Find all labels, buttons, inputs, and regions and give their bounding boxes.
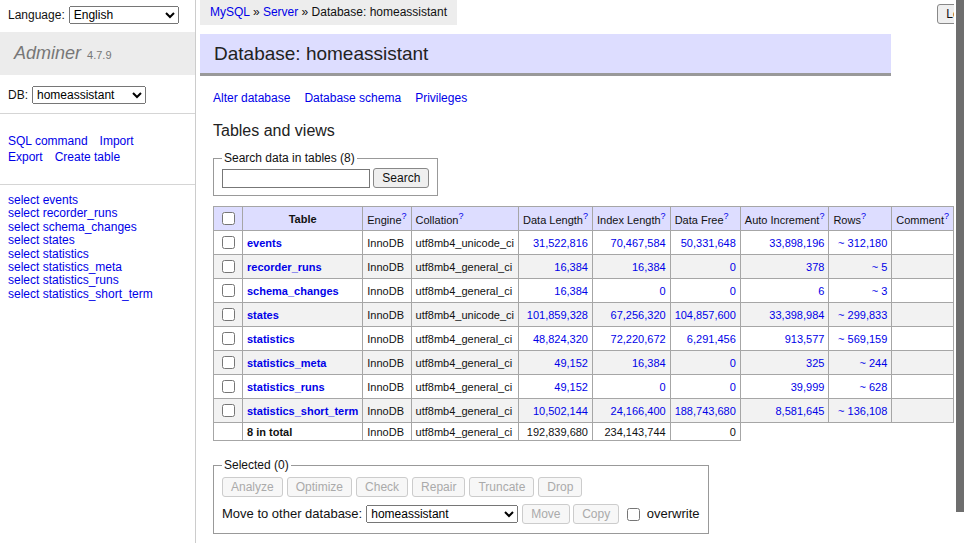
data-free-link[interactable]: 104,857,600 bbox=[675, 309, 736, 321]
auto-increment-link[interactable]: 378 bbox=[806, 261, 824, 273]
help-link[interactable]: ? bbox=[724, 211, 729, 221]
data-length-link[interactable]: 101,859,328 bbox=[527, 309, 588, 321]
data-length-link[interactable]: 49,152 bbox=[554, 381, 588, 393]
sidebar-table-link[interactable]: select schema_changes bbox=[8, 220, 137, 234]
index-length-link[interactable]: 16,384 bbox=[632, 261, 666, 273]
sidebar-table-link[interactable]: select statistics bbox=[8, 247, 89, 261]
rows-link[interactable]: ~ 5 bbox=[872, 261, 888, 273]
row-checkbox[interactable] bbox=[222, 308, 235, 321]
optimize-button[interactable]: Optimize bbox=[287, 477, 352, 497]
sidebar-table-link[interactable]: select statistics_meta bbox=[8, 260, 122, 274]
sidebar-action-sql-command[interactable]: SQL command bbox=[8, 134, 88, 148]
db-select[interactable]: homeassistant bbox=[32, 86, 146, 104]
select-all-checkbox[interactable] bbox=[222, 212, 235, 225]
table-link[interactable]: events bbox=[247, 237, 282, 249]
help-link[interactable]: ? bbox=[861, 211, 866, 221]
auto-increment-link[interactable]: 8,581,645 bbox=[775, 405, 824, 417]
table-link[interactable]: statistics_meta bbox=[247, 357, 327, 369]
truncate-button[interactable]: Truncate bbox=[469, 477, 534, 497]
data-free-link[interactable]: 0 bbox=[730, 285, 736, 297]
index-length-link[interactable]: 24,166,400 bbox=[611, 405, 666, 417]
help-link[interactable]: ? bbox=[458, 211, 463, 221]
auto-increment-link[interactable]: 325 bbox=[806, 357, 824, 369]
sidebar-action-import[interactable]: Import bbox=[100, 134, 134, 148]
index-length-link[interactable]: 72,220,672 bbox=[611, 333, 666, 345]
data-length-link[interactable]: 31,522,816 bbox=[533, 237, 588, 249]
index-length-link[interactable]: 16,384 bbox=[632, 357, 666, 369]
scrollbar-thumb[interactable] bbox=[956, 0, 964, 512]
data-length-link[interactable]: 49,152 bbox=[554, 357, 588, 369]
data-free-link[interactable]: 188,743,680 bbox=[675, 405, 736, 417]
auto-increment-link[interactable]: 33,898,196 bbox=[769, 237, 824, 249]
sidebar-table-link[interactable]: select states bbox=[8, 233, 75, 247]
index-length-link[interactable]: 0 bbox=[660, 381, 666, 393]
check-button[interactable]: Check bbox=[356, 477, 408, 497]
row-checkbox[interactable] bbox=[222, 380, 235, 393]
overwrite-checkbox[interactable] bbox=[627, 508, 640, 521]
data-free-link[interactable]: 6,291,456 bbox=[687, 333, 736, 345]
drop-button[interactable]: Drop bbox=[538, 477, 582, 497]
table-link[interactable]: schema_changes bbox=[247, 285, 339, 297]
data-length-link[interactable]: 48,824,320 bbox=[533, 333, 588, 345]
data-free-link[interactable]: 0 bbox=[730, 261, 736, 273]
rows-link[interactable]: ~ 628 bbox=[859, 381, 887, 393]
table-link[interactable]: recorder_runs bbox=[247, 261, 322, 273]
collation-cell: utf8mb4_general_ci bbox=[411, 255, 518, 279]
data-free-link[interactable]: 0 bbox=[730, 357, 736, 369]
search-input[interactable] bbox=[222, 169, 370, 188]
help-link[interactable]: ? bbox=[661, 211, 666, 221]
analyze-button[interactable]: Analyze bbox=[222, 477, 283, 497]
auto-increment-link[interactable]: 39,999 bbox=[791, 381, 825, 393]
rows-link[interactable]: ~ 299,833 bbox=[838, 309, 887, 321]
db-action-link[interactable]: Alter database bbox=[213, 91, 290, 105]
row-checkbox[interactable] bbox=[222, 332, 235, 345]
db-action-link[interactable]: Database schema bbox=[304, 91, 401, 105]
data-free-link[interactable]: 0 bbox=[730, 381, 736, 393]
breadcrumb-link[interactable]: MySQL bbox=[210, 5, 250, 19]
rows-link[interactable]: ~ 136,108 bbox=[838, 405, 887, 417]
sidebar-action-export[interactable]: Export bbox=[8, 150, 43, 164]
data-free-link[interactable]: 50,331,648 bbox=[681, 237, 736, 249]
move-db-select[interactable]: homeassistant bbox=[366, 505, 518, 523]
repair-button[interactable]: Repair bbox=[412, 477, 465, 497]
search-button[interactable]: Search bbox=[373, 168, 429, 188]
rows-link[interactable]: ~ 3 bbox=[872, 285, 888, 297]
help-link[interactable]: ? bbox=[402, 211, 407, 221]
table-link[interactable]: statistics_runs bbox=[247, 381, 325, 393]
index-length-link[interactable]: 70,467,584 bbox=[611, 237, 666, 249]
table-link[interactable]: statistics bbox=[247, 333, 295, 345]
breadcrumb-link[interactable]: Server bbox=[263, 5, 298, 19]
sidebar-table-link[interactable]: select events bbox=[8, 193, 78, 207]
move-button[interactable]: Move bbox=[522, 504, 569, 524]
data-length-link[interactable]: 16,384 bbox=[554, 261, 588, 273]
auto-increment-link[interactable]: 913,577 bbox=[785, 333, 825, 345]
row-checkbox[interactable] bbox=[222, 404, 235, 417]
vertical-scrollbar[interactable] bbox=[954, 0, 966, 543]
help-link[interactable]: ? bbox=[819, 211, 824, 221]
auto-increment-link[interactable]: 33,398,984 bbox=[769, 309, 824, 321]
row-checkbox[interactable] bbox=[222, 260, 235, 273]
row-checkbox[interactable] bbox=[222, 356, 235, 369]
rows-link[interactable]: ~ 569,159 bbox=[838, 333, 887, 345]
auto-increment-link[interactable]: 6 bbox=[818, 285, 824, 297]
language-select[interactable]: English bbox=[69, 6, 179, 24]
table-link[interactable]: statistics_short_term bbox=[247, 405, 358, 417]
help-link[interactable]: ? bbox=[583, 211, 588, 221]
copy-button[interactable]: Copy bbox=[573, 504, 619, 524]
help-link[interactable]: ? bbox=[944, 211, 949, 221]
index-length-link[interactable]: 67,256,320 bbox=[611, 309, 666, 321]
row-checkbox[interactable] bbox=[222, 284, 235, 297]
db-action-link[interactable]: Privileges bbox=[415, 91, 467, 105]
sidebar-item: select states bbox=[8, 234, 187, 247]
sidebar-table-link[interactable]: select statistics_runs bbox=[8, 273, 119, 287]
sidebar-action-create-table[interactable]: Create table bbox=[55, 150, 120, 164]
row-checkbox[interactable] bbox=[222, 236, 235, 249]
table-link[interactable]: states bbox=[247, 309, 279, 321]
data-length-link[interactable]: 10,502,144 bbox=[533, 405, 588, 417]
rows-link[interactable]: ~ 312,180 bbox=[838, 237, 887, 249]
rows-link[interactable]: ~ 244 bbox=[859, 357, 887, 369]
index-length-link[interactable]: 0 bbox=[660, 285, 666, 297]
sidebar-table-link[interactable]: select statistics_short_term bbox=[8, 287, 153, 301]
sidebar-table-link[interactable]: select recorder_runs bbox=[8, 206, 117, 220]
data-length-link[interactable]: 16,384 bbox=[554, 285, 588, 297]
